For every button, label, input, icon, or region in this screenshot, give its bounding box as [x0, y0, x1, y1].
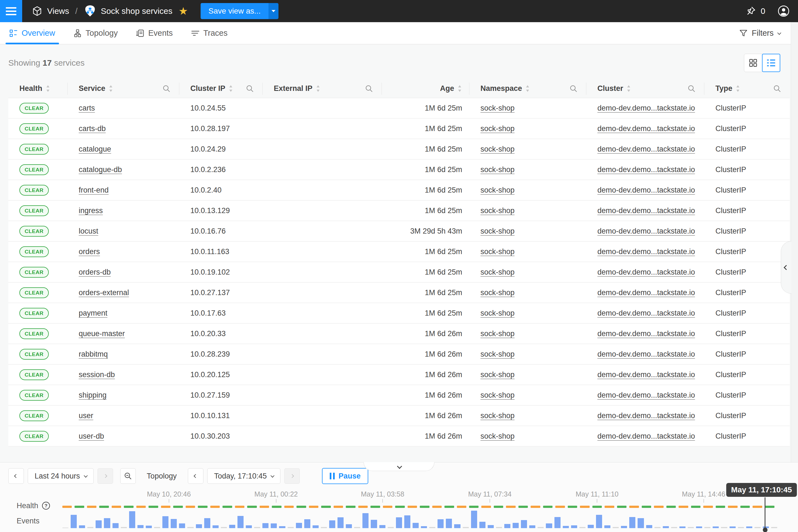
column-header-type[interactable]: Type	[704, 82, 790, 95]
column-header-namespace[interactable]: Namespace	[469, 82, 586, 95]
right-panel-expand-handle[interactable]	[781, 241, 791, 294]
pause-button[interactable]: Pause	[322, 468, 368, 484]
tab-traces[interactable]: Traces	[190, 22, 229, 44]
cell-cluster-link[interactable]: demo-dev.demo...tackstate.io	[597, 247, 695, 256]
pin-icon[interactable]	[746, 6, 756, 16]
zoom-out-button[interactable]	[120, 468, 136, 484]
column-header-cluster_ip[interactable]: Cluster IP	[179, 82, 263, 95]
cell-namespace-link[interactable]: sock-shop	[480, 186, 515, 194]
column-header-service[interactable]: Service	[68, 82, 179, 95]
sort-icon[interactable]	[105, 85, 113, 92]
cell-cluster-link[interactable]: demo-dev.demo...tackstate.io	[597, 145, 695, 153]
sort-icon[interactable]	[522, 85, 530, 92]
sort-icon[interactable]	[454, 85, 462, 92]
cell-cluster-link[interactable]: demo-dev.demo...tackstate.io	[597, 186, 695, 194]
column-header-cluster[interactable]: Cluster	[586, 82, 704, 95]
current-time-marker[interactable]: May 11, 17:10:45	[765, 497, 765, 530]
cell-service-link[interactable]: user	[79, 412, 93, 420]
cell-service-link[interactable]: rabbitmq	[79, 350, 108, 358]
cell-namespace-link[interactable]: sock-shop	[480, 370, 515, 379]
cell-service-link[interactable]: ingress	[79, 206, 103, 215]
range-previous-button[interactable]	[8, 468, 24, 484]
tab-events[interactable]: Events	[135, 22, 174, 44]
tab-topology[interactable]: Topology	[72, 22, 119, 44]
column-header-external_ip[interactable]: External IP	[263, 82, 382, 95]
search-icon[interactable]	[687, 84, 696, 93]
range-next-button[interactable]	[97, 468, 113, 484]
help-question-icon[interactable]: ?	[41, 501, 51, 510]
cell-namespace-link[interactable]: sock-shop	[480, 145, 515, 153]
cell-namespace-link[interactable]: sock-shop	[480, 166, 515, 174]
current-time-dropdown[interactable]: Today, 17:10:45	[207, 468, 280, 484]
favorite-star-icon[interactable]: ★	[178, 6, 188, 16]
cell-namespace-link[interactable]: sock-shop	[480, 309, 515, 317]
cell-namespace-link[interactable]: sock-shop	[480, 268, 515, 276]
cell-cluster-link[interactable]: demo-dev.demo...tackstate.io	[597, 329, 695, 338]
cell-service-link[interactable]: front-end	[79, 186, 109, 194]
sort-icon[interactable]	[312, 85, 320, 92]
cell-service-link[interactable]: carts-db	[79, 125, 106, 133]
cell-namespace-link[interactable]: sock-shop	[480, 350, 515, 358]
search-icon[interactable]	[246, 84, 254, 93]
cell-namespace-link[interactable]: sock-shop	[480, 432, 515, 440]
cell-namespace-link[interactable]: sock-shop	[480, 227, 515, 235]
cell-cluster-link[interactable]: demo-dev.demo...tackstate.io	[597, 288, 695, 297]
cell-cluster-link[interactable]: demo-dev.demo...tackstate.io	[597, 391, 695, 399]
tab-overview[interactable]: Overview	[8, 22, 56, 44]
save-view-as-dropdown-button[interactable]	[268, 3, 279, 19]
search-icon[interactable]	[773, 84, 781, 93]
search-icon[interactable]	[365, 84, 373, 93]
cell-cluster-link[interactable]: demo-dev.demo...tackstate.io	[597, 104, 695, 112]
time-next-button[interactable]	[284, 468, 300, 484]
filters-button[interactable]: Filters	[739, 28, 780, 38]
cell-cluster-link[interactable]: demo-dev.demo...tackstate.io	[597, 206, 695, 215]
cell-namespace-link[interactable]: sock-shop	[480, 125, 515, 133]
cell-service-link[interactable]: catalogue	[79, 145, 111, 153]
cell-cluster-link[interactable]: demo-dev.demo...tackstate.io	[597, 227, 695, 235]
user-avatar-icon[interactable]	[778, 5, 790, 17]
cell-service-link[interactable]: queue-master	[79, 329, 125, 338]
cell-service-link[interactable]: orders-external	[79, 288, 129, 297]
cell-namespace-link[interactable]: sock-shop	[480, 329, 515, 338]
cell-namespace-link[interactable]: sock-shop	[480, 206, 515, 215]
hamburger-menu-button[interactable]	[0, 0, 22, 22]
cell-cluster-link[interactable]: demo-dev.demo...tackstate.io	[597, 268, 695, 276]
cell-service-link[interactable]: locust	[79, 227, 98, 235]
cell-service-link[interactable]: shipping	[79, 391, 107, 399]
cell-namespace-link[interactable]: sock-shop	[480, 104, 515, 112]
grid-view-button[interactable]	[744, 54, 762, 72]
cell-namespace-link[interactable]: sock-shop	[480, 247, 515, 256]
timeline-chart[interactable]: May 10, 20:46May 11, 00:22May 11, 03:58M…	[62, 490, 777, 532]
cell-service-link[interactable]: session-db	[79, 370, 115, 379]
cell-namespace-link[interactable]: sock-shop	[480, 288, 515, 297]
cell-service-link[interactable]: user-db	[79, 432, 104, 440]
cell-cluster-link[interactable]: demo-dev.demo...tackstate.io	[597, 432, 695, 440]
cell-namespace-link[interactable]: sock-shop	[480, 391, 515, 399]
sort-icon[interactable]	[623, 85, 631, 92]
sort-icon[interactable]	[732, 85, 740, 92]
cell-cluster-link[interactable]: demo-dev.demo...tackstate.io	[597, 309, 695, 317]
cell-cluster-link[interactable]: demo-dev.demo...tackstate.io	[597, 350, 695, 358]
cell-service-link[interactable]: carts	[79, 104, 95, 112]
search-icon[interactable]	[569, 84, 578, 93]
time-previous-button[interactable]	[188, 468, 203, 484]
column-header-health[interactable]: Health	[8, 82, 68, 95]
cell-cluster-link[interactable]: demo-dev.demo...tackstate.io	[597, 370, 695, 379]
sort-icon[interactable]	[42, 85, 50, 92]
breadcrumb-views[interactable]: Views	[47, 6, 69, 16]
column-header-age[interactable]: Age	[382, 82, 469, 95]
save-view-as-button[interactable]: Save view as...	[201, 3, 268, 19]
table-expand-handle[interactable]	[363, 462, 435, 471]
cell-cluster-link[interactable]: demo-dev.demo...tackstate.io	[597, 125, 695, 133]
cell-cluster-link[interactable]: demo-dev.demo...tackstate.io	[597, 166, 695, 174]
search-icon[interactable]	[163, 84, 171, 93]
cell-cluster-link[interactable]: demo-dev.demo...tackstate.io	[597, 412, 695, 420]
cell-service-link[interactable]: catalogue-db	[79, 166, 122, 174]
cell-service-link[interactable]: orders	[79, 247, 100, 256]
cell-namespace-link[interactable]: sock-shop	[480, 412, 515, 420]
sort-icon[interactable]	[225, 85, 233, 92]
cell-service-link[interactable]: orders-db	[79, 268, 111, 276]
time-range-dropdown[interactable]: Last 24 hours	[28, 468, 94, 484]
cell-service-link[interactable]: payment	[79, 309, 108, 317]
list-view-button[interactable]	[762, 54, 780, 72]
